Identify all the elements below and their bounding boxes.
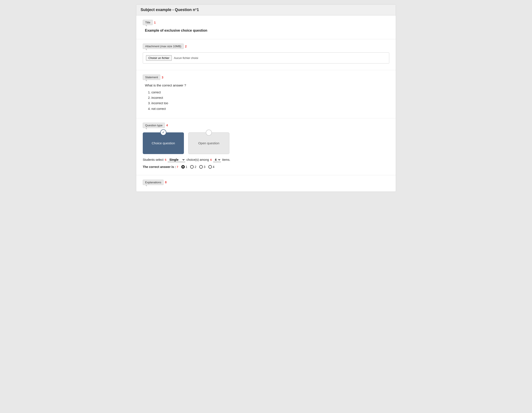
title-label: Title bbox=[143, 20, 153, 25]
statement-label: Statement bbox=[143, 75, 160, 80]
num-select[interactable]: 4 3 2 5 bbox=[213, 158, 221, 162]
attachment-label-wrap: Attachment (max size 10MB) 2 bbox=[143, 44, 389, 49]
question-type-section: Question type 4 Choice question Open que… bbox=[136, 118, 396, 175]
radio-3-circle bbox=[199, 165, 203, 169]
question-type-label: Question type bbox=[143, 123, 165, 128]
radio-4-label: 4 bbox=[213, 165, 214, 169]
choice-question-card[interactable]: Choice question bbox=[143, 132, 184, 154]
main-container: Subject example - Question n°1 Title 1 E… bbox=[136, 4, 396, 192]
explanations-section: Explanations 8 bbox=[136, 175, 396, 192]
radio-option-2[interactable]: 2 bbox=[190, 165, 196, 169]
statement-content: What is the correct answer ? correct inc… bbox=[143, 83, 389, 112]
radio-2-label: 2 bbox=[195, 165, 196, 169]
choice-card-radio bbox=[160, 129, 166, 135]
students-text-after: items. bbox=[222, 158, 230, 162]
open-card-radio bbox=[206, 130, 212, 136]
radio-4-circle bbox=[208, 165, 212, 169]
step-5: 5 bbox=[165, 158, 166, 162]
question-type-label-wrap: Question type 4 bbox=[143, 123, 389, 128]
statement-question: What is the correct answer ? bbox=[145, 83, 389, 87]
correct-answer-label: The correct answer is : 7 bbox=[143, 165, 178, 169]
attachment-number: 2 bbox=[185, 45, 187, 48]
page-header: Subject example - Question n°1 bbox=[136, 5, 396, 15]
radio-option-3[interactable]: 3 bbox=[199, 165, 205, 169]
statement-section: Statement 3 What is the correct answer ?… bbox=[136, 70, 396, 118]
list-item: incorrect too bbox=[152, 101, 389, 106]
step-7: 7 bbox=[177, 165, 178, 169]
explanations-number: 8 bbox=[165, 181, 167, 184]
question-type-number: 4 bbox=[166, 124, 168, 127]
students-text-before: Students select bbox=[143, 158, 163, 162]
title-section: Title 1 Example of exclusive choice ques… bbox=[136, 15, 396, 39]
title-number: 1 bbox=[154, 21, 156, 24]
open-question-card[interactable]: Open question bbox=[188, 132, 229, 154]
open-card-label: Open question bbox=[198, 141, 219, 145]
radio-1-label: 1 bbox=[186, 165, 187, 169]
students-select-row: Students select 5 Single Multiple choice… bbox=[143, 158, 389, 162]
statement-label-wrap: Statement 3 bbox=[143, 75, 389, 80]
explanations-label-wrap: Explanations 8 bbox=[143, 180, 389, 185]
radio-option-1[interactable]: 1 bbox=[181, 165, 187, 169]
type-cards: Choice question Open question bbox=[143, 132, 389, 154]
radio-3-label: 3 bbox=[204, 165, 205, 169]
statement-number: 3 bbox=[162, 76, 163, 79]
title-content: Example of exclusive choice question bbox=[143, 29, 389, 32]
radio-option-4[interactable]: 4 bbox=[208, 165, 214, 169]
list-item: correct bbox=[152, 90, 389, 95]
list-item: incorrect bbox=[152, 95, 389, 101]
radio-1-circle bbox=[181, 165, 185, 169]
explanations-label: Explanations bbox=[143, 180, 163, 185]
statement-list: correct incorrect incorrect too not corr… bbox=[145, 90, 389, 112]
students-text-middle: choice(s) among bbox=[187, 158, 209, 162]
step-6: 6 bbox=[210, 158, 212, 162]
list-item: not correct bbox=[152, 106, 389, 112]
choice-card-label: Choice question bbox=[152, 141, 175, 145]
file-upload-area: Choisir un fichier Aucun fichier choisi bbox=[143, 52, 389, 64]
attachment-label: Attachment (max size 10MB) bbox=[143, 44, 184, 49]
single-select[interactable]: Single Multiple bbox=[168, 158, 185, 162]
choose-file-button[interactable]: Choisir un fichier bbox=[146, 55, 172, 61]
page-title: Subject example - Question n°1 bbox=[141, 8, 391, 12]
radio-2-circle bbox=[190, 165, 194, 169]
file-placeholder: Aucun fichier choisi bbox=[174, 56, 198, 60]
correct-answer-row: The correct answer is : 7 1 2 3 4 bbox=[143, 165, 389, 169]
title-label-wrap: Title 1 bbox=[143, 20, 389, 25]
attachment-section: Attachment (max size 10MB) 2 Choisir un … bbox=[136, 39, 396, 70]
